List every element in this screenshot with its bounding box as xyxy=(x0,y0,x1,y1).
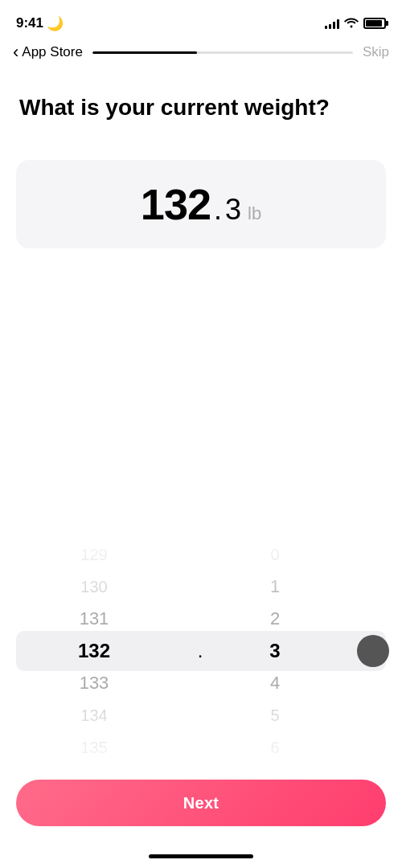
weight-unit: lb xyxy=(248,203,261,224)
list-item[interactable]: 2 xyxy=(212,603,338,635)
list-item[interactable]: 4 xyxy=(212,667,338,699)
list-item[interactable]: 6 xyxy=(212,731,338,764)
page-title: What is your current weight? xyxy=(0,68,402,141)
next-button[interactable]: Next xyxy=(16,780,386,826)
list-item[interactable]: 0 xyxy=(212,538,338,571)
list-item[interactable]: 5 xyxy=(212,699,338,731)
list-item[interactable]: 3 xyxy=(212,635,338,667)
status-time: 9:41 🌙 xyxy=(16,15,64,32)
whole-number-column[interactable]: 129 130 131 132 133 134 135 xyxy=(0,538,188,764)
status-bar: 9:41 🌙 xyxy=(0,0,402,40)
picker-columns: 129 130 131 132 133 134 135 . 0 1 2 3 4 … xyxy=(0,538,402,764)
time-text: 9:41 xyxy=(16,15,43,31)
signal-icon xyxy=(325,18,339,29)
list-item[interactable]: 132 xyxy=(0,635,188,667)
picker-handle[interactable] xyxy=(357,635,389,667)
list-item[interactable]: 129 xyxy=(0,538,188,571)
nav-bar: ‹ App Store Skip xyxy=(0,40,402,68)
home-indicator xyxy=(149,854,253,858)
weight-whole: 132 xyxy=(141,179,211,229)
skip-button[interactable]: Skip xyxy=(363,44,389,60)
moon-icon: 🌙 xyxy=(47,15,64,32)
weight-display-card: 132 . 3 lb xyxy=(16,160,386,248)
list-item[interactable]: 131 xyxy=(0,603,188,635)
decimal-separator-column: . xyxy=(188,538,212,764)
wifi-icon xyxy=(344,17,359,31)
list-item[interactable]: 1 xyxy=(212,571,338,603)
back-chevron-icon: ‹ xyxy=(13,43,18,61)
status-icons xyxy=(325,17,386,31)
weight-picker[interactable]: 129 130 131 132 133 134 135 . 0 1 2 3 4 … xyxy=(0,538,402,764)
weight-separator: . xyxy=(214,193,222,227)
list-item[interactable]: 130 xyxy=(0,571,188,603)
progress-fill xyxy=(92,51,197,54)
weight-decimal: 3 xyxy=(225,193,241,227)
progress-bar xyxy=(92,51,353,54)
back-button[interactable]: ‹ App Store xyxy=(13,43,83,61)
back-label: App Store xyxy=(22,44,83,60)
battery-icon xyxy=(363,18,386,29)
list-item[interactable]: 134 xyxy=(0,699,188,731)
decimal-point: . xyxy=(195,635,207,667)
list-item[interactable]: 135 xyxy=(0,731,188,764)
next-button-container: Next xyxy=(16,780,386,826)
decimal-column[interactable]: 0 1 2 3 4 5 6 xyxy=(212,538,338,764)
list-item[interactable]: 133 xyxy=(0,667,188,699)
